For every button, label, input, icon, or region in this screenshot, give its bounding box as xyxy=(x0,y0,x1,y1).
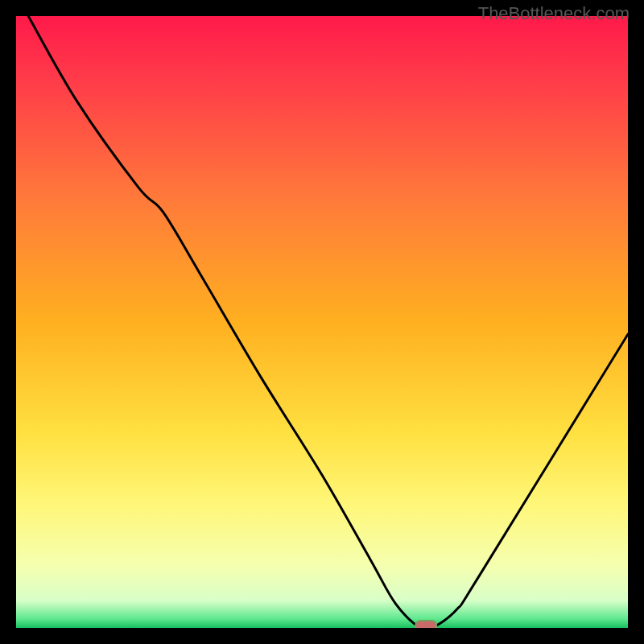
optimal-marker xyxy=(415,621,436,628)
chart-frame xyxy=(16,16,628,628)
bottleneck-chart xyxy=(16,16,628,628)
site-watermark: TheBottleneck.com xyxy=(478,3,630,24)
chart-background xyxy=(16,16,628,628)
